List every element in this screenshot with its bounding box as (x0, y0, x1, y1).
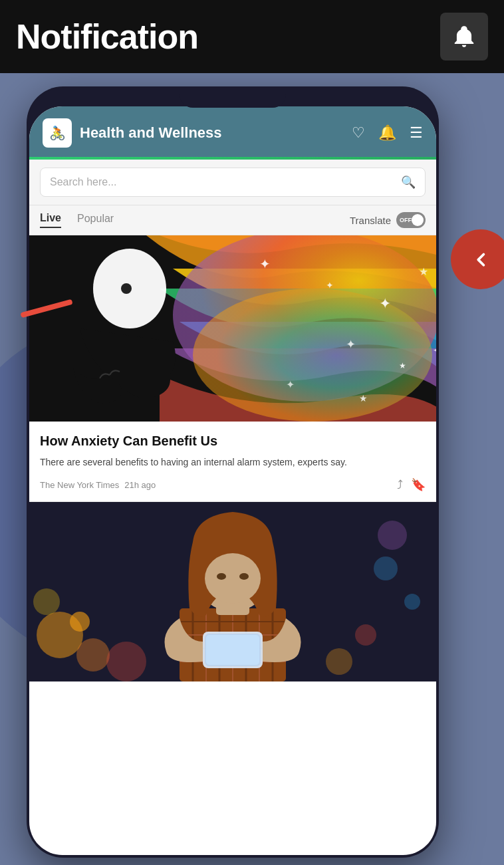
svg-point-22 (378, 521, 407, 550)
article-1-source: The New York Times (40, 480, 119, 490)
phone-screen: 🚴 Health and Wellness ♡ 🔔 ☰ Search here.… (29, 106, 436, 855)
svg-point-16 (76, 638, 110, 672)
svg-text:★: ★ (419, 266, 428, 277)
svg-text:★: ★ (399, 361, 406, 370)
svg-point-20 (374, 556, 398, 580)
svg-point-19 (70, 612, 90, 632)
bell-icon (451, 24, 477, 49)
svg-text:✦: ✦ (259, 257, 271, 271)
back-button[interactable] (451, 229, 504, 289)
search-placeholder: Search here... (50, 176, 401, 188)
translate-toggle[interactable]: OFF (396, 212, 426, 228)
article-1-excerpt: There are several benefits to having an … (40, 455, 426, 469)
svg-point-13 (121, 283, 132, 294)
svg-point-40 (217, 573, 226, 580)
heart-icon[interactable]: ♡ (352, 124, 365, 142)
page-title: Notification (16, 17, 198, 57)
app-logo: 🚴 (43, 118, 72, 148)
toggle-state-label: OFF (400, 217, 412, 223)
chevron-left-icon (471, 249, 491, 269)
svg-point-2 (193, 289, 432, 422)
tabs-row: Live Popular Translate OFF (29, 205, 436, 235)
share-icon[interactable]: ⤴ (397, 478, 403, 492)
app-header: 🚴 Health and Wellness ♡ 🔔 ☰ (29, 106, 436, 157)
bell-icon[interactable]: 🔔 (378, 124, 396, 142)
svg-point-23 (355, 624, 376, 646)
article-2-image (29, 502, 436, 681)
svg-text:✦: ✦ (432, 343, 436, 358)
search-bar-container: Search here... 🔍 (29, 160, 436, 205)
article-1-time: 21h ago (124, 480, 156, 490)
phone-notch (180, 86, 286, 108)
toggle-knob (412, 214, 424, 226)
article-1-image: ✦ ✦ ✦ ★ ✦ ★ ✦ ✦ ★ (29, 235, 436, 422)
svg-point-24 (326, 648, 352, 675)
article-1-title: How Anxiety Can Benefit Us (40, 433, 426, 449)
phone-frame: 🚴 Health and Wellness ♡ 🔔 ☰ Search here.… (27, 86, 439, 858)
translate-label: Translate (350, 215, 391, 226)
search-icon: 🔍 (401, 175, 416, 189)
svg-point-17 (33, 588, 60, 615)
app-header-title: Health and Wellness (80, 124, 338, 142)
tab-popular[interactable]: Popular (77, 213, 114, 227)
notification-bell-button[interactable] (440, 13, 488, 61)
menu-icon[interactable]: ☰ (410, 124, 423, 142)
svg-point-21 (404, 594, 420, 610)
translate-control: Translate OFF (350, 212, 426, 228)
svg-text:✦: ✦ (326, 280, 334, 291)
article-1-meta: The New York Times 21h ago ⤴ 🔖 (40, 477, 426, 492)
tab-live[interactable]: Live (40, 212, 61, 228)
logo-icon: 🚴 (49, 125, 66, 141)
svg-point-18 (106, 642, 146, 681)
svg-point-41 (239, 573, 249, 580)
search-input-wrapper[interactable]: Search here... 🔍 (40, 168, 426, 197)
article-1-content: How Anxiety Can Benefit Us There are sev… (29, 422, 436, 501)
svg-rect-44 (206, 635, 259, 665)
top-bar: Notification (0, 0, 504, 73)
bookmark-icon[interactable]: 🔖 (411, 477, 426, 492)
svg-text:★: ★ (359, 393, 368, 404)
svg-text:✦: ✦ (379, 295, 391, 312)
svg-text:✦: ✦ (346, 338, 356, 351)
svg-text:✦: ✦ (286, 379, 295, 390)
svg-point-39 (205, 553, 261, 604)
